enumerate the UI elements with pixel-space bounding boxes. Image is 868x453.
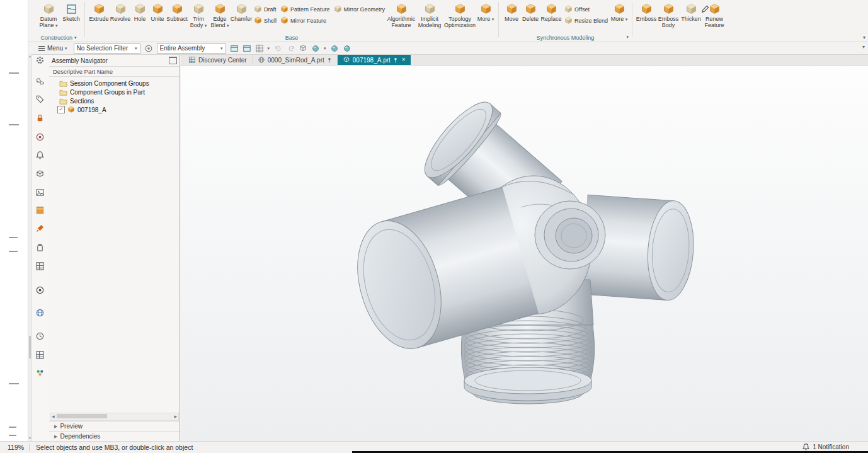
notification-area[interactable]: 1 Notification	[802, 443, 849, 451]
paint-jar-icon[interactable]	[35, 243, 46, 253]
pencil-icon[interactable]	[700, 4, 710, 14]
scroll-left-arrow-icon[interactable]: ◀	[52, 414, 55, 418]
navigator-tree: Session Component Groups Component Group…	[49, 77, 180, 413]
tree-item-session-component-groups[interactable]: Session Component Groups	[49, 79, 180, 88]
resize-blend-icon	[564, 16, 573, 25]
more-base-button[interactable]: More ▾	[476, 2, 495, 23]
subtract-button[interactable]: Subtract	[166, 2, 188, 23]
base-group-label[interactable]: Base	[88, 33, 495, 42]
tree-item-007198-a[interactable]: ✓ 007198_A	[49, 105, 180, 114]
view-grid-icon[interactable]	[255, 44, 264, 53]
emboss-button[interactable]: Emboss	[636, 2, 657, 23]
vertical-scrollbar[interactable]: ▲ ▼	[28, 54, 32, 441]
true-shading-icon[interactable]	[330, 44, 339, 53]
delete-face-button[interactable]: Delete	[521, 2, 540, 23]
ribbon-stack-draft-shell: Draft Shell	[252, 2, 278, 25]
tab-discovery-center[interactable]: Discovery Center	[183, 55, 253, 65]
process-grid-icon[interactable]	[35, 350, 46, 361]
ribbon-stack-pattern-mirror: Pattern Feature Mirror Feature	[278, 2, 332, 25]
edge-blend-button[interactable]: Edge Blend ▾	[209, 2, 231, 28]
selection-filter-dropdown[interactable]: No Selection Filter ▾	[74, 43, 140, 54]
tab-0000-simrod-a[interactable]: 0000_SimRod_A.prt	[253, 55, 338, 65]
show-window-icon[interactable]	[230, 44, 239, 53]
expander-arrow-icon: ▶	[54, 424, 57, 429]
selection-scope-dropdown[interactable]: Entire Assembly ▾	[157, 43, 226, 54]
replace-face-button[interactable]: Replace	[540, 2, 562, 23]
visualization-sphere-icon[interactable]	[343, 44, 351, 53]
more-sync-button[interactable]: More ▾	[610, 2, 629, 23]
dependencies-section-header[interactable]: ▶ Dependencies	[49, 431, 180, 441]
dropdown-arrow-icon: ▾	[627, 35, 629, 40]
tag-icon[interactable]	[35, 95, 46, 105]
zoom-level[interactable]: 119%	[0, 444, 29, 451]
scroll-right-arrow-icon[interactable]: ▶	[174, 414, 177, 418]
preview-section-header[interactable]: ▶ Preview	[49, 421, 180, 431]
navigator-horizontal-scrollbar[interactable]: ◀ ▶	[50, 413, 179, 421]
ribbon-collapse-arrow-icon[interactable]: ▾	[863, 35, 865, 40]
algorithmic-feature-button[interactable]: Algorithmic Feature	[387, 2, 416, 28]
undock-panel-icon[interactable]	[169, 57, 177, 64]
expander-arrow-icon: ▶	[54, 434, 57, 439]
visibility-checkbox-checked[interactable]: ✓	[57, 106, 65, 113]
internet-globe-icon[interactable]	[35, 308, 46, 319]
palette-dots-icon[interactable]	[35, 368, 46, 379]
synchronous-modeling-group-label[interactable]: Synchronous Modeling ▾	[502, 33, 629, 42]
toolbar-options-arrow-icon[interactable]: ▾	[862, 44, 865, 50]
automation-gears-icon[interactable]	[35, 77, 46, 88]
unite-button[interactable]: Unite	[149, 2, 166, 23]
tree-item-sections[interactable]: Sections	[49, 96, 180, 105]
target-icon[interactable]	[35, 285, 46, 296]
tab-007198-a-active[interactable]: 007198_A.prt ×	[338, 55, 411, 65]
implicit-modeling-button[interactable]: Implicit Modeling	[416, 2, 443, 28]
scroll-up-arrow-icon[interactable]: ▲	[28, 54, 31, 58]
move-face-button[interactable]: Move	[502, 2, 521, 23]
redo-icon[interactable]	[286, 44, 295, 53]
resize-blend-button[interactable]: Resize Blend	[562, 16, 610, 25]
ribbon-separator	[632, 2, 632, 37]
menu-button[interactable]: Menu ▾	[35, 44, 70, 52]
mirror-feature-button[interactable]: Mirror Feature	[278, 16, 332, 25]
scroll-down-arrow-icon[interactable]: ▼	[28, 436, 31, 440]
settings-gear-icon[interactable]	[35, 55, 46, 66]
filter-icon[interactable]	[144, 44, 153, 53]
render-style-icon[interactable]	[311, 44, 320, 53]
construction-group-label[interactable]: Construction▾	[36, 33, 81, 42]
datum-plane-button[interactable]: Datum Plane ▾	[36, 2, 61, 28]
shell-button[interactable]: Shell	[252, 16, 278, 25]
record-target-icon[interactable]	[35, 132, 46, 143]
pin-icon[interactable]	[393, 57, 398, 64]
mirror-geometry-button[interactable]: Mirror Geometry	[332, 4, 387, 14]
part-box-icon[interactable]	[35, 169, 46, 180]
scrollbar-thumb[interactable]	[29, 336, 31, 358]
tree-item-component-groups-in-part[interactable]: Component Groups in Part	[49, 88, 180, 96]
image-gallery-icon[interactable]	[35, 188, 46, 198]
trim-body-button[interactable]: Trim Body ▾	[188, 2, 209, 28]
offset-button[interactable]: Offset	[562, 4, 610, 14]
web-browser-icon[interactable]	[35, 205, 46, 216]
part-cube-icon[interactable]	[299, 44, 307, 53]
history-clock-icon[interactable]	[35, 331, 46, 342]
notifications-bell-icon[interactable]	[35, 151, 46, 161]
materials-brush-icon[interactable]	[35, 224, 46, 234]
chamfer-button[interactable]: Chamfer	[231, 2, 252, 23]
3d-model-pipe-tee-fitting[interactable]	[181, 66, 868, 441]
close-tab-icon[interactable]: ×	[402, 57, 406, 63]
sketch-button[interactable]: Sketch	[61, 2, 81, 23]
undo-icon[interactable]	[273, 44, 282, 53]
graphics-window[interactable]	[181, 66, 868, 441]
pattern-feature-button[interactable]: Pattern Feature	[278, 4, 332, 14]
hole-button[interactable]: Hole	[131, 2, 149, 23]
thicken-button[interactable]: Thicken	[680, 2, 702, 23]
bell-icon	[802, 443, 810, 451]
emboss-body-button[interactable]: Emboss Body	[657, 2, 680, 28]
layers-grid-icon[interactable]	[35, 261, 46, 272]
reuse-library-icon[interactable]	[35, 113, 46, 124]
scrollbar-thumb[interactable]	[57, 414, 107, 418]
navigator-column-header[interactable]: Descriptive Part Name	[49, 66, 180, 77]
pin-icon[interactable]	[327, 57, 332, 64]
new-window-icon[interactable]	[243, 44, 251, 53]
extrude-button[interactable]: Extrude	[88, 2, 110, 23]
draft-button[interactable]: Draft	[252, 4, 278, 14]
topology-optimization-button[interactable]: Topology Optimization	[443, 2, 476, 28]
revolve-button[interactable]: Revolve	[110, 2, 131, 23]
